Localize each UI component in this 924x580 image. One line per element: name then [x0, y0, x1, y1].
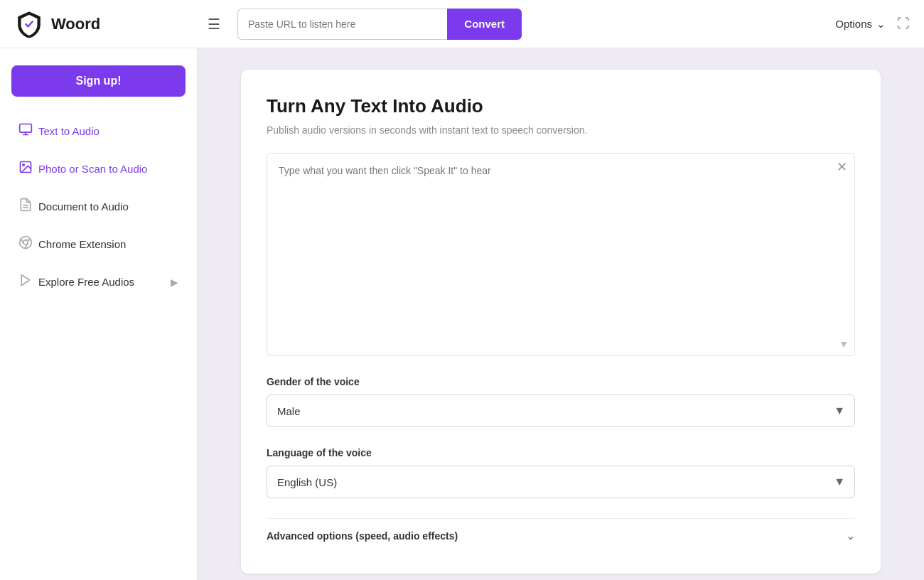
svg-rect-0 [20, 124, 32, 133]
sidebar-item-text-to-audio[interactable]: Text to Audio [11, 114, 186, 149]
sidebar-item-label: Chrome Extension [38, 238, 126, 250]
scroll-indicator-icon: ▼ [839, 338, 849, 350]
options-label: Options [835, 18, 872, 30]
expand-icon[interactable]: ⛶ [897, 16, 910, 31]
sidebar: Sign up! Text to Audio Photo o [0, 48, 198, 580]
url-bar: Convert [237, 9, 522, 40]
card-title: Turn Any Text Into Audio [267, 95, 855, 117]
language-label: Language of the voice [267, 447, 855, 458]
language-field: Language of the voice English (US) Engli… [267, 447, 855, 498]
options-chevron-icon: ⌄ [876, 18, 886, 31]
options-button[interactable]: Options ⌄ [835, 18, 886, 31]
gender-select[interactable]: Male Female [267, 394, 855, 427]
language-select-wrapper: English (US) English (UK) Spanish French… [267, 466, 855, 498]
text-area-container: ✕ ▼ [267, 153, 855, 356]
sidebar-item-label: Document to Audio [38, 200, 129, 213]
signup-button[interactable]: Sign up! [11, 65, 186, 97]
main-content: Turn Any Text Into Audio Publish audio v… [198, 48, 924, 580]
url-input[interactable] [237, 9, 447, 40]
advanced-options-chevron-icon: ⌄ [846, 529, 855, 542]
header-right: Options ⌄ ⛶ [835, 16, 910, 31]
image-icon [18, 160, 33, 178]
chrome-icon [18, 235, 33, 253]
text-input[interactable] [267, 154, 854, 353]
clear-button[interactable]: ✕ [837, 161, 847, 173]
svg-marker-12 [21, 275, 30, 286]
logo-text: Woord [51, 15, 100, 33]
sidebar-item-document[interactable]: Document to Audio [11, 189, 186, 224]
advanced-options-label: Advanced options (speed, audio effects) [267, 530, 458, 542]
sidebar-item-explore[interactable]: Explore Free Audios ▶ [11, 264, 186, 299]
logo-icon [14, 9, 44, 39]
header: Woord ☰ Convert Options ⌄ ⛶ [0, 0, 924, 48]
sidebar-item-label: Photo or Scan to Audio [38, 163, 147, 175]
sidebar-item-label: Explore Free Audios [38, 276, 134, 288]
body-area: Sign up! Text to Audio Photo o [0, 48, 924, 580]
gender-field: Gender of the voice Male Female ▼ [267, 376, 855, 427]
convert-button[interactable]: Convert [447, 9, 522, 40]
gender-label: Gender of the voice [267, 376, 855, 387]
monitor-icon [18, 122, 33, 140]
sidebar-item-chrome-extension[interactable]: Chrome Extension [11, 227, 186, 262]
sidebar-item-photo-scan[interactable]: Photo or Scan to Audio [11, 151, 186, 186]
logo-area: Woord [14, 9, 190, 39]
chevron-right-icon: ▶ [171, 276, 178, 288]
file-icon [18, 198, 33, 215]
hamburger-menu-icon[interactable]: ☰ [202, 13, 226, 36]
svg-point-4 [23, 164, 24, 166]
language-select[interactable]: English (US) English (UK) Spanish French… [267, 466, 855, 498]
play-icon [18, 273, 33, 291]
content-card: Turn Any Text Into Audio Publish audio v… [241, 70, 881, 574]
advanced-options-row[interactable]: Advanced options (speed, audio effects) … [267, 518, 855, 552]
card-subtitle: Publish audio versions in seconds with i… [267, 124, 855, 136]
gender-select-wrapper: Male Female ▼ [267, 394, 855, 427]
sidebar-item-label: Text to Audio [38, 125, 100, 137]
